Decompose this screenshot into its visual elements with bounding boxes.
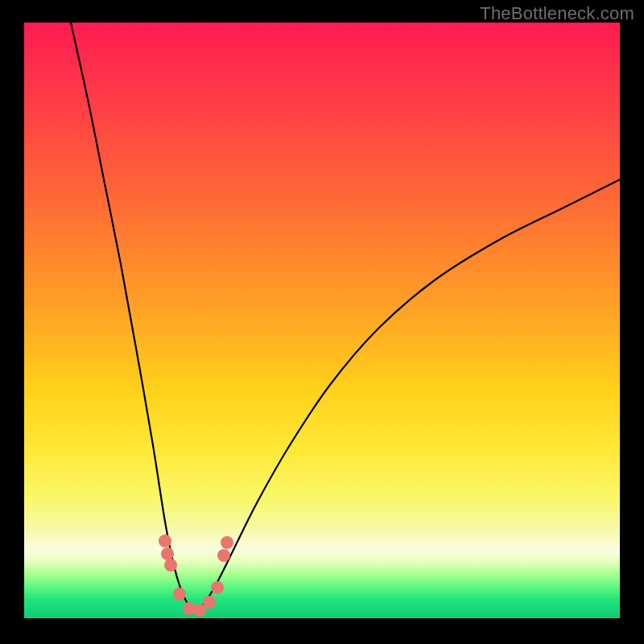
data-marker (211, 581, 224, 594)
curve-layer (24, 23, 620, 618)
data-marker (159, 535, 171, 547)
curve-left-branch (71, 23, 196, 613)
data-marker (217, 549, 230, 562)
data-marker (173, 588, 186, 601)
curve-right-branch (196, 180, 620, 613)
data-marker (164, 559, 177, 572)
watermark-text: TheBottleneck.com (480, 3, 634, 24)
plot-area (24, 23, 620, 618)
data-marker (161, 547, 174, 560)
data-marker (203, 596, 216, 609)
figure-root: TheBottleneck.com (0, 0, 644, 644)
data-marker (221, 536, 233, 549)
